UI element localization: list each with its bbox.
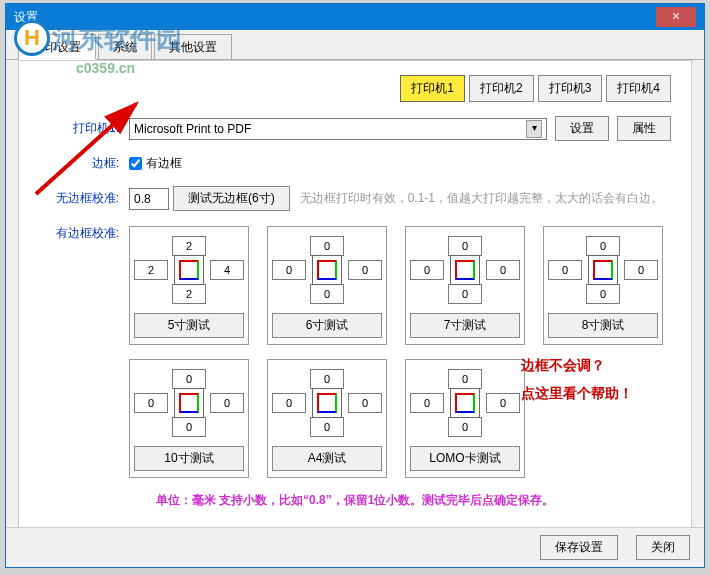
noborder-calib-label: 无边框校准: xyxy=(39,190,119,207)
calib-6-left[interactable] xyxy=(272,260,306,280)
calib-lomo-bottom[interactable] xyxy=(448,417,482,437)
border-row: 边框: 有边框 xyxy=(39,155,671,172)
printer-label: 打印机1: xyxy=(39,120,119,137)
noborder-hint: 无边框打印时有效，0.1-1，值越大打印越完整，太大的话会有白边。 xyxy=(300,190,663,207)
calib-8-right[interactable] xyxy=(624,260,658,280)
calib-a4-right[interactable] xyxy=(348,393,382,413)
calib-8-bottom[interactable] xyxy=(586,284,620,304)
calib-grid-1: 5寸测试 6寸测试 7寸测试 xyxy=(129,226,671,345)
calib-a4-top[interactable] xyxy=(310,369,344,389)
calib-a4-left[interactable] xyxy=(272,393,306,413)
calib-box-lomo: LOMO卡测试 xyxy=(405,359,525,478)
calib-box-10: 10寸测试 xyxy=(129,359,249,478)
calib-box-a4: A4测试 xyxy=(267,359,387,478)
calib-8-top[interactable] xyxy=(586,236,620,256)
printer-tab-2[interactable]: 打印机2 xyxy=(469,75,534,102)
calib-lomo-right[interactable] xyxy=(486,393,520,413)
test-lomo-button[interactable]: LOMO卡测试 xyxy=(410,446,520,471)
calib-box-5: 5寸测试 xyxy=(129,226,249,345)
printer-props-button[interactable]: 属性 xyxy=(617,116,671,141)
printer-dropdown[interactable]: Microsoft Print to PDF ▾ xyxy=(129,118,547,140)
calib-preview-icon xyxy=(174,255,204,285)
chevron-down-icon: ▾ xyxy=(526,120,542,138)
border-checkbox-label[interactable]: 有边框 xyxy=(146,155,182,172)
printer-tab-1[interactable]: 打印机1 xyxy=(400,75,465,102)
calib-box-7: 7寸测试 xyxy=(405,226,525,345)
test-a4-button[interactable]: A4测试 xyxy=(272,446,382,471)
test-noborder-button[interactable]: 测试无边框(6寸) xyxy=(173,186,290,211)
window-title: 设置 xyxy=(14,4,38,30)
calib-7-top[interactable] xyxy=(448,236,482,256)
help-link[interactable]: 边框不会调？ 点这里看个帮助！ xyxy=(521,351,661,407)
tab-other[interactable]: 其他设置 xyxy=(154,34,232,59)
printer-tabs: 打印机1 打印机2 打印机3 打印机4 xyxy=(39,75,671,102)
test-5-button[interactable]: 5寸测试 xyxy=(134,313,244,338)
printer-settings-button[interactable]: 设置 xyxy=(555,116,609,141)
test-7-button[interactable]: 7寸测试 xyxy=(410,313,520,338)
calib-5-top[interactable] xyxy=(172,236,206,256)
settings-window: 设置 × H 河东软件园 c0359.cn 打印设置 系统 其他设置 打印机1 … xyxy=(5,3,705,568)
calib-box-6: 6寸测试 xyxy=(267,226,387,345)
calib-6-bottom[interactable] xyxy=(310,284,344,304)
noborder-calib-row: 无边框校准: 测试无边框(6寸) 无边框打印时有效，0.1-1，值越大打印越完整… xyxy=(39,186,671,211)
border-checkbox[interactable] xyxy=(129,157,142,170)
calib-preview-icon xyxy=(174,388,204,418)
calib-7-bottom[interactable] xyxy=(448,284,482,304)
noborder-calib-input[interactable] xyxy=(129,188,169,210)
border-calib-label: 有边框校准: xyxy=(39,225,119,242)
titlebar: 设置 × xyxy=(6,4,704,30)
footer-note: 单位：毫米 支持小数，比如“0.8”，保留1位小数。测试完毕后点确定保存。 xyxy=(39,492,671,509)
close-icon[interactable]: × xyxy=(656,7,696,27)
calib-5-bottom[interactable] xyxy=(172,284,206,304)
printer-value: Microsoft Print to PDF xyxy=(134,122,251,136)
calib-10-bottom[interactable] xyxy=(172,417,206,437)
test-10-button[interactable]: 10寸测试 xyxy=(134,446,244,471)
calib-a4-bottom[interactable] xyxy=(310,417,344,437)
printer-select-row: 打印机1: Microsoft Print to PDF ▾ 设置 属性 xyxy=(39,116,671,141)
calib-preview-icon xyxy=(450,388,480,418)
test-6-button[interactable]: 6寸测试 xyxy=(272,313,382,338)
content-panel: 打印机1 打印机2 打印机3 打印机4 打印机1: Microsoft Prin… xyxy=(18,60,692,538)
bottom-bar: 保存设置 关闭 xyxy=(6,527,704,567)
calib-preview-icon xyxy=(450,255,480,285)
test-8-button[interactable]: 8寸测试 xyxy=(548,313,658,338)
calib-preview-icon xyxy=(588,255,618,285)
calib-preview-icon xyxy=(312,388,342,418)
calib-10-left[interactable] xyxy=(134,393,168,413)
calib-lomo-left[interactable] xyxy=(410,393,444,413)
calib-7-left[interactable] xyxy=(410,260,444,280)
calib-preview-icon xyxy=(312,255,342,285)
help-line1: 边框不会调？ xyxy=(521,351,661,379)
help-line2: 点这里看个帮助！ xyxy=(521,379,661,407)
calib-6-right[interactable] xyxy=(348,260,382,280)
calib-8-left[interactable] xyxy=(548,260,582,280)
calib-10-right[interactable] xyxy=(210,393,244,413)
calib-5-left[interactable] xyxy=(134,260,168,280)
calib-7-right[interactable] xyxy=(486,260,520,280)
tab-system[interactable]: 系统 xyxy=(98,34,152,59)
border-label: 边框: xyxy=(39,155,119,172)
save-button[interactable]: 保存设置 xyxy=(540,535,618,560)
calib-lomo-top[interactable] xyxy=(448,369,482,389)
main-tabs: 打印设置 系统 其他设置 xyxy=(6,34,704,60)
printer-tab-3[interactable]: 打印机3 xyxy=(538,75,603,102)
calib-6-top[interactable] xyxy=(310,236,344,256)
printer-tab-4[interactable]: 打印机4 xyxy=(606,75,671,102)
calib-10-top[interactable] xyxy=(172,369,206,389)
calib-box-8: 8寸测试 xyxy=(543,226,663,345)
tab-print-settings[interactable]: 打印设置 xyxy=(18,34,96,60)
close-button[interactable]: 关闭 xyxy=(636,535,690,560)
calib-5-right[interactable] xyxy=(210,260,244,280)
